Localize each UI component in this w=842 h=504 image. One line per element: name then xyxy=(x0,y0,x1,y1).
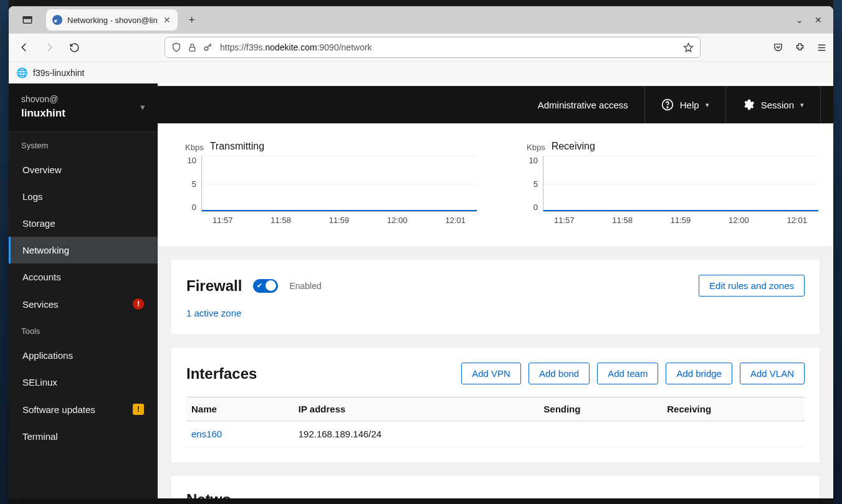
chart-unit: Kbps xyxy=(185,143,204,152)
bookmark-item[interactable]: f39s-linuxhint xyxy=(33,68,85,78)
x-tick: 11:58 xyxy=(612,216,633,225)
svg-point-4 xyxy=(204,47,208,50)
sidebar-item-overview[interactable]: Overview xyxy=(9,156,158,183)
window-close-icon[interactable]: ✕ xyxy=(815,15,822,25)
add-vlan-button[interactable]: Add VLAN xyxy=(740,363,805,384)
content-scroll[interactable]: KbpsTransmitting105011:5711:5811:5912:00… xyxy=(158,123,833,498)
x-tick: 12:01 xyxy=(445,216,466,225)
y-tick: 0 xyxy=(533,202,538,212)
sidebar-item-accounts[interactable]: Accounts xyxy=(9,264,158,290)
firewall-toggle[interactable]: ✔ xyxy=(253,279,278,293)
interfaces-card: Interfaces Add VPNAdd bondAdd teamAdd br… xyxy=(171,348,820,462)
sidebar-item-software-updates[interactable]: Software updates! xyxy=(9,396,158,423)
y-tick: 10 xyxy=(529,156,538,165)
sidebar-item-label: Services xyxy=(22,299,59,310)
window-menu-icon[interactable] xyxy=(14,11,41,29)
sidebar-section-tools: Tools xyxy=(9,318,158,342)
help-menu[interactable]: Help ▾ xyxy=(644,86,725,123)
chevron-down-icon: ▾ xyxy=(706,101,709,109)
session-label: Session xyxy=(761,100,794,110)
chart-plot xyxy=(201,156,477,212)
svg-rect-3 xyxy=(189,47,195,50)
list-tabs-icon[interactable]: ⌄ xyxy=(796,15,803,25)
interface-sending xyxy=(538,421,662,447)
network-charts: KbpsTransmitting105011:5711:5811:5912:00… xyxy=(158,123,833,246)
sidebar-host-selector[interactable]: shovon@ linuxhint ▾ xyxy=(9,83,158,132)
column-receiving: Receiving xyxy=(662,397,805,421)
add-bridge-button[interactable]: Add bridge xyxy=(666,363,732,384)
topbar-extra xyxy=(820,86,833,123)
browser-window: Networking - shovon@lin ✕ + ⌄ ✕ https://… xyxy=(9,6,833,498)
close-tab-icon[interactable]: ✕ xyxy=(163,16,171,24)
sidebar-item-label: Networking xyxy=(22,245,69,255)
main-area: Administrative access Help ▾ Session ▾ K… xyxy=(158,83,833,498)
session-menu[interactable]: Session ▾ xyxy=(725,86,820,123)
sidebar-item-label: Logs xyxy=(22,191,43,202)
sidebar-item-applications[interactable]: Applications xyxy=(9,342,158,369)
reload-button[interactable] xyxy=(65,38,84,57)
forward-button xyxy=(40,38,59,57)
column-name: Name xyxy=(186,397,294,421)
sidebar-item-label: Overview xyxy=(22,164,62,175)
x-tick: 11:57 xyxy=(554,216,575,225)
sidebar-item-networking[interactable]: Networking xyxy=(9,237,158,264)
chart-title: Transmitting xyxy=(210,141,264,152)
svg-rect-1 xyxy=(23,17,32,19)
partial-title: Netwo xyxy=(186,491,805,498)
browser-tabbar: Networking - shovon@lin ✕ + ⌄ ✕ xyxy=(9,6,833,34)
sidebar-item-terminal[interactable]: Terminal xyxy=(9,423,158,450)
cockpit-sidebar: shovon@ linuxhint ▾ System OverviewLogsS… xyxy=(9,83,158,498)
app-menu-icon[interactable] xyxy=(816,42,827,53)
chart-plot xyxy=(543,156,818,212)
x-tick: 12:00 xyxy=(387,216,408,225)
interface-ip: 192.168.189.146/24 xyxy=(294,421,539,447)
chart-receiving: KbpsReceiving105011:5711:5811:5912:0012:… xyxy=(514,141,818,225)
chart-title: Receiving xyxy=(552,141,595,152)
admin-access-button[interactable]: Administrative access xyxy=(522,86,644,123)
add-vpn-button[interactable]: Add VPN xyxy=(461,363,521,384)
help-icon xyxy=(661,98,674,111)
svg-point-6 xyxy=(667,107,668,108)
sidebar-user: shovon@ xyxy=(21,93,65,106)
interface-name-link[interactable]: ens160 xyxy=(186,421,294,447)
y-tick: 10 xyxy=(188,156,196,165)
add-team-button[interactable]: Add team xyxy=(597,363,658,384)
pocket-icon[interactable] xyxy=(773,42,783,53)
help-label: Help xyxy=(680,100,699,110)
sidebar-host: linuxhint xyxy=(21,106,65,121)
active-zone-link[interactable]: 1 active zone xyxy=(186,308,241,318)
new-tab-button[interactable]: + xyxy=(183,11,201,29)
sidebar-item-storage[interactable]: Storage xyxy=(9,210,158,237)
x-tick: 11:59 xyxy=(671,216,691,225)
fedora-favicon-icon xyxy=(52,15,62,25)
x-tick: 11:57 xyxy=(213,216,233,225)
x-tick: 11:58 xyxy=(270,216,291,225)
sidebar-section-system: System xyxy=(9,132,158,156)
admin-access-label: Administrative access xyxy=(538,100,628,110)
edit-rules-button[interactable]: Edit rules and zones xyxy=(699,275,805,297)
bookmark-star-icon[interactable] xyxy=(683,42,694,53)
add-bond-button[interactable]: Add bond xyxy=(529,363,590,384)
url-bar[interactable]: https://f39s.nodekite.com:9090/network xyxy=(165,37,701,58)
sidebar-item-label: Storage xyxy=(22,218,55,229)
extensions-icon[interactable] xyxy=(795,42,805,53)
back-button[interactable] xyxy=(15,38,34,57)
y-tick: 5 xyxy=(192,179,196,189)
firewall-status: Enabled xyxy=(289,281,321,291)
browser-tab[interactable]: Networking - shovon@lin ✕ xyxy=(46,9,178,31)
sidebar-item-services[interactable]: Services! xyxy=(9,290,158,318)
table-row[interactable]: ens160192.168.189.146/24 xyxy=(186,421,805,447)
y-tick: 0 xyxy=(192,202,196,212)
interface-receiving xyxy=(662,421,805,447)
sidebar-item-logs[interactable]: Logs xyxy=(9,183,158,210)
chart-transmitting: KbpsTransmitting105011:5711:5811:5912:00… xyxy=(173,141,477,225)
chevron-down-icon: ▾ xyxy=(800,101,804,109)
shield-icon xyxy=(171,42,181,52)
bookmarks-bar: 🌐 f39s-linuxhint xyxy=(9,61,833,83)
top-bar: Administrative access Help ▾ Session ▾ xyxy=(158,86,833,123)
column-sending: Sending xyxy=(538,397,662,421)
lock-icon xyxy=(188,43,197,52)
sidebar-item-selinux[interactable]: SELinux xyxy=(9,369,158,396)
warning-badge-icon: ! xyxy=(133,404,144,415)
gear-icon xyxy=(742,98,755,111)
